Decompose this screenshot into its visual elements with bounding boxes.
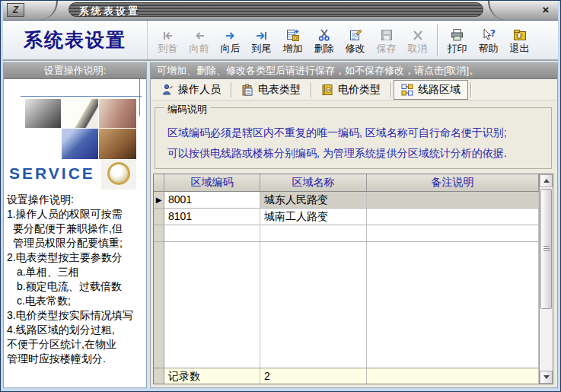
toolbar-label: 向后 xyxy=(221,43,241,53)
instruction-line: 2.电表类型按主要参数分 xyxy=(7,250,145,265)
toolbar-label: 帮助 xyxy=(479,43,499,53)
exit-button[interactable]: 退出 xyxy=(504,23,535,58)
column-filler xyxy=(260,242,367,368)
toolbar-label: 取消 xyxy=(408,43,428,53)
toolbar-separator xyxy=(437,24,438,56)
svg-text:?: ? xyxy=(490,28,496,39)
instruction-line: 1.操作人员的权限可按需 xyxy=(7,207,145,221)
tab-label: 操作人员 xyxy=(178,83,221,97)
toolbar-label: 向前 xyxy=(190,43,209,53)
print-button[interactable]: 打印 xyxy=(441,23,473,58)
cell-region-code[interactable]: 8101 xyxy=(164,209,260,225)
edit-record-icon xyxy=(349,27,362,42)
toolbar-label: 退出 xyxy=(510,43,530,53)
tab-separator xyxy=(470,82,471,97)
photo-tile-pen xyxy=(62,99,98,128)
empty-cell xyxy=(367,225,539,242)
footer-indicator xyxy=(154,368,164,384)
tab-strip: 操作人员 电表类型 电价类型 xyxy=(151,79,557,100)
close-icon[interactable]: × xyxy=(538,3,553,17)
table-row[interactable]: 8101 城南工人路变 xyxy=(154,209,539,225)
tab-separator xyxy=(390,82,391,97)
photo-tile-hand xyxy=(99,129,136,159)
column-filler xyxy=(367,242,539,368)
row-indicator-header xyxy=(154,174,164,192)
toolbar-label: 打印 xyxy=(448,43,467,53)
titlebar-curve-right xyxy=(488,1,508,20)
titlebar: Z 系统表设置 × xyxy=(3,1,558,21)
add-record-button[interactable]: 增加 xyxy=(277,23,308,58)
cell-region-name[interactable]: 城南工人路变 xyxy=(260,209,367,225)
first-record-button[interactable]: 到首 xyxy=(152,23,183,58)
exit-icon xyxy=(512,27,528,42)
decor-hline xyxy=(21,96,142,97)
service-collage-image: SERVICE xyxy=(4,79,146,190)
tab-line-regions[interactable]: 线路区域 xyxy=(394,80,468,100)
instructions-text: 设置操作说明: 1.操作人员的权限可按需 要分配便于兼职操作,但 管理员权限分配… xyxy=(4,190,146,366)
delete-record-icon xyxy=(317,27,331,42)
right-panel: 可增加、删除、修改各类型后请进行保存，如不保存修改，请点击[取消]。 操作人员 … xyxy=(150,62,558,388)
edit-record-button[interactable]: 修改 xyxy=(339,23,371,58)
footer-empty-cell xyxy=(367,368,539,384)
groupbox-title: 编码说明 xyxy=(164,103,210,116)
window-title: 系统表设置 xyxy=(79,5,140,18)
instruction-line: 管理时应按楼幢划分. xyxy=(7,352,145,366)
notice-bar: 可增加、删除、修改各类型后请进行保存，如不保存修改，请点击[取消]。 xyxy=(151,63,557,79)
vertical-scrollbar[interactable] xyxy=(539,174,553,384)
help-button[interactable]: ? 帮助 xyxy=(473,23,504,58)
instruction-line: 管理员权限分配要慎重; xyxy=(7,236,145,250)
left-panel: 设置操作说明: SERVICE 设置操作说明: 1.操作人员的权限可按需 要分配… xyxy=(3,62,147,388)
column-header-name[interactable]: 区域名称 xyxy=(260,174,367,192)
instruction-line: 设置操作说明: xyxy=(7,193,145,207)
cell-region-note[interactable] xyxy=(367,192,539,209)
instruction-line: 4.线路区域的划分过粗, xyxy=(7,323,145,337)
record-count-label: 记录数 xyxy=(164,368,260,384)
cell-region-code[interactable]: 8001 xyxy=(164,192,260,209)
toolbar-label: 修改 xyxy=(346,43,365,53)
instruction-line: 不便于分区统计,在物业 xyxy=(7,337,145,352)
row-indicator xyxy=(154,225,164,242)
coding-instructions-groupbox: 编码说明 区域编码必须是辖区内不重复的唯一编码, 区域名称可自行命名便于识别; … xyxy=(155,107,552,169)
cell-region-name[interactable]: 城东人民路变 xyxy=(260,192,367,209)
instruction-line: 3.电价类型按实际情况填写 xyxy=(7,308,145,323)
tab-meter-types[interactable]: 电表类型 xyxy=(234,80,308,100)
help-icon: ? xyxy=(481,27,496,42)
decor-vline xyxy=(139,79,140,116)
regions-grid: 区域编码 区域名称 备注说明 ▶ 8001 城东人民路变 810 xyxy=(153,174,553,384)
instruction-line: c.电表常数; xyxy=(7,294,145,308)
toolbar-label: 删除 xyxy=(314,43,334,53)
tab-label: 线路区域 xyxy=(418,83,461,97)
cancel-button[interactable]: 取消 xyxy=(402,23,433,58)
cell-region-note[interactable] xyxy=(367,209,539,225)
indicator-column-filler xyxy=(154,242,164,368)
delete-record-button[interactable]: 删除 xyxy=(308,23,339,58)
prev-record-icon xyxy=(193,27,206,42)
tab-price-types[interactable]: 电价类型 xyxy=(314,80,388,100)
scroll-up-button[interactable] xyxy=(540,174,553,187)
tab-label: 电价类型 xyxy=(338,83,381,97)
left-panel-header: 设置操作说明: xyxy=(4,63,146,79)
table-row[interactable]: ▶ 8001 城东人民路变 xyxy=(154,192,539,209)
tab-label: 电表类型 xyxy=(258,83,301,97)
toolbar-buttons: 到首 向前 向后 到尾 xyxy=(148,21,535,59)
photo-tile-keyboard xyxy=(62,129,98,159)
column-header-note[interactable]: 备注说明 xyxy=(367,174,539,192)
groupbox-line: 可以按供电线路或楼栋分别编码, 为管理系统提供分区域统计分析的依据. xyxy=(161,143,545,164)
scrollbar-thumb[interactable] xyxy=(540,189,552,309)
record-count-value: 2 xyxy=(260,368,367,384)
operator-person-icon xyxy=(161,84,174,96)
table-empty-area xyxy=(154,242,539,368)
column-header-code[interactable]: 区域编码 xyxy=(164,174,260,192)
save-button[interactable]: 保存 xyxy=(371,23,402,58)
photo-tile-stapler xyxy=(25,99,61,128)
scroll-down-button[interactable] xyxy=(540,371,553,384)
prev-record-button[interactable]: 向前 xyxy=(183,23,215,58)
scroll-down-icon xyxy=(543,375,550,379)
instruction-line: a.单相、三相 xyxy=(7,265,145,279)
next-record-button[interactable]: 向后 xyxy=(215,23,246,58)
first-record-icon xyxy=(161,27,175,42)
last-record-button[interactable]: 到尾 xyxy=(246,23,277,58)
tab-operators[interactable]: 操作人员 xyxy=(154,80,228,100)
last-record-icon xyxy=(255,27,269,42)
table-row-empty[interactable] xyxy=(154,225,539,242)
